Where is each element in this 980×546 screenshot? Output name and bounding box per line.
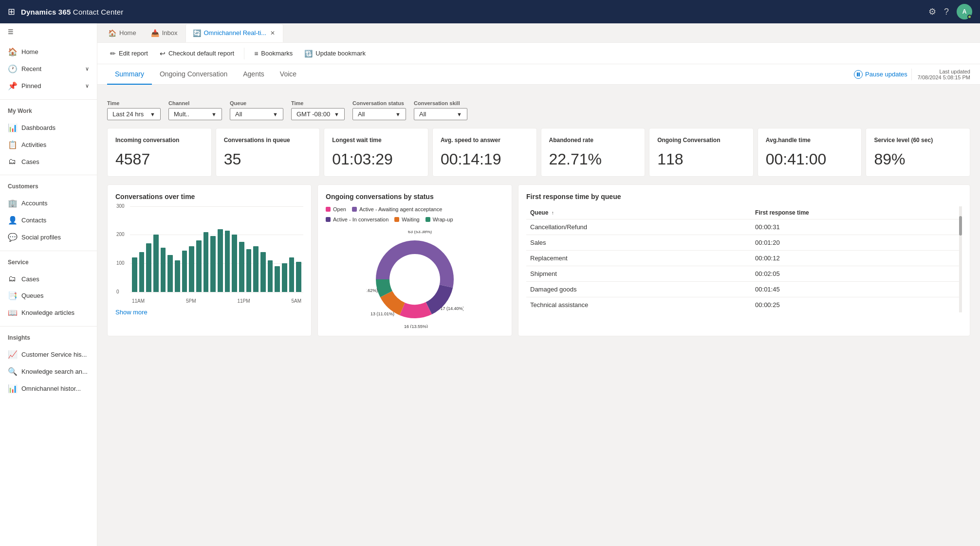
update-bookmark-button[interactable]: 🔃 Update bookmark [299,47,370,60]
queue-cell-5: Technical assistance [526,297,751,312]
customers-label: Customers [0,177,97,192]
sidebar-item-queues[interactable]: 📑 Queues [0,287,97,304]
sub-tab-ongoing[interactable]: Ongoing Conversation [152,64,235,85]
metric-card-title-4: Abandoned rate [549,136,637,145]
metric-card-value-0: 4587 [115,150,203,168]
legend-dot-3 [394,217,399,222]
sidebar-item-activities[interactable]: 📋 Activities [0,136,97,153]
sidebar-item-pinned[interactable]: 📌 Pinned ∨ [0,77,97,94]
conversations-by-status-card: Ongoing conversations by status Open Act… [317,184,512,336]
layout: ☰ 🏠 Home 🕐 Recent ∨ 📌 Pinned ∨ My Work 📊 [0,0,980,546]
filter-timezone-select[interactable]: GMT -08:00 ▼ [291,108,345,120]
bar-6 [175,260,180,292]
x-label: 5AM [291,298,301,304]
donut-label-0: 63 (53.38%) [408,231,432,234]
activities-icon: 📋 [8,140,17,149]
sidebar-item-home[interactable]: 🏠 Home [0,43,97,60]
sidebar-item-omnichannel-history[interactable]: 📊 Omnichannel histor... [0,380,97,397]
sidebar-item-cases-my[interactable]: 🗂 Cases [0,153,97,170]
home-icon: 🏠 [8,47,17,56]
checkout-default-report-button[interactable]: ↩ Checkout default report [155,47,239,60]
refresh-icon: 🔃 [304,50,313,57]
sidebar-item-cs-history[interactable]: 📈 Customer Service his... [0,346,97,363]
metric-card-title-1: Conversations in queue [224,136,312,145]
tab-home[interactable]: 🏠 Home [101,24,143,42]
x-label: 11PM [237,298,250,304]
filter-time: Time Last 24 hrs ▼ [107,100,161,120]
sidebar-item-contacts[interactable]: 👤 Contacts [0,212,97,229]
sidebar-item-knowledge[interactable]: 📖 Knowledge articles [0,304,97,321]
sidebar-item-cases-service[interactable]: 🗂 Cases [0,271,97,287]
filter-channel-select[interactable]: Mult.. ▼ [168,108,222,120]
time-cell-5: 00:00:25 [751,297,962,312]
sidebar-my-work: 📊 Dashboards 📋 Activities 🗂 Cases [0,116,97,173]
service-label: Service [0,253,97,268]
sidebar-toggle[interactable]: ☰ [0,23,97,40]
queue-cell-4: Damaged goods [526,281,751,297]
table-scrollbar[interactable] [959,206,962,312]
pin-icon: 📌 [8,81,17,91]
app-brand: Dynamics 365 Contact Center [21,8,124,16]
sub-tab-voice[interactable]: Voice [272,64,304,85]
top-bar-right: ⚙ ? A [928,4,972,19]
legend-item-2: Active - In conversation [326,217,388,222]
first-response-title: First response time by queue [526,193,962,200]
edit-report-button[interactable]: ✏ Edit report [105,47,153,60]
first-response-table: Queue ↑ First response time Cancellation… [526,206,962,312]
sidebar-divider-2 [0,175,97,175]
legend-item-3: Waiting [394,217,419,222]
contacts-icon: 👤 [8,216,17,225]
queue-col-header[interactable]: Queue ↑ [526,206,751,219]
help-icon[interactable]: ? [944,7,949,17]
legend-label-4: Wrap-up [433,217,453,222]
conversations-over-time-card: Conversations over time 300200100011AM5P… [107,184,312,336]
tab-close-button[interactable]: ✕ [269,29,276,37]
filter-queue-select[interactable]: All ▼ [230,108,283,120]
metric-card-title-2: Longest wait time [332,136,420,145]
avatar[interactable]: A [957,4,972,19]
legend-item-0: Open [326,206,346,212]
y-axis-label: 300 [116,203,125,209]
pause-updates-button[interactable]: Pause updates [854,70,907,79]
legend-item-1: Active - Awaiting agent acceptance [352,206,442,212]
waffle-icon[interactable]: ⊞ [8,6,15,17]
sidebar-item-social[interactable]: 💬 Social profiles [0,229,97,246]
filter-conv-skill-select[interactable]: All ▼ [414,108,467,120]
legend-label-1: Active - Awaiting agent acceptance [359,206,442,212]
social-icon: 💬 [8,233,17,242]
metric-card-value-3: 00:14:19 [441,150,529,168]
tab-inbox[interactable]: 📥 Inbox [144,24,185,42]
sidebar-item-accounts[interactable]: 🏢 Accounts [0,195,97,212]
sub-tab-summary[interactable]: Summary [107,64,152,85]
filter-conv-status-select[interactable]: All ▼ [352,108,406,120]
cs-history-icon: 📈 [8,350,17,359]
cases-service-icon: 🗂 [8,274,17,283]
sidebar-service: 🗂 Cases 📑 Queues 📖 Knowledge articles [0,268,97,324]
bar-7 [182,251,187,292]
home-tab-icon: 🏠 [108,29,116,37]
table-row: Sales 00:01:20 [526,235,962,250]
show-more-button[interactable]: Show more [115,309,148,316]
metric-card-value-2: 01:03:29 [332,150,420,168]
sidebar-item-dashboards[interactable]: 📊 Dashboards [0,119,97,136]
sidebar-main-section: 🏠 Home 🕐 Recent ∨ 📌 Pinned ∨ [0,40,97,97]
last-updated: Last updated 7/08/2024 5:08:15 PM [911,69,970,80]
metric-card-5: Ongoing Conversation 118 [649,128,754,177]
tab-omnichannel[interactable]: 🔄 Omnichannel Real-ti... ✕ [185,24,284,42]
y-axis-label: 100 [116,260,125,266]
metric-card-6: Avg.handle time 00:41:00 [758,128,862,177]
bar-12 [218,229,223,292]
legend-label-2: Active - In conversation [333,217,388,222]
filter-time-select[interactable]: Last 24 hrs ▼ [107,108,161,120]
sidebar: ☰ 🏠 Home 🕐 Recent ∨ 📌 Pinned ∨ My Work 📊 [0,23,97,546]
sidebar-item-recent[interactable]: 🕐 Recent ∨ [0,60,97,77]
legend-label-0: Open [333,206,346,212]
insights-label: Insights [0,328,97,343]
bar-18 [260,252,266,292]
sub-tab-agents[interactable]: Agents [235,64,272,85]
omnichannel-history-icon: 📊 [8,384,17,393]
bar-23 [296,262,301,292]
settings-icon[interactable]: ⚙ [928,6,936,17]
bookmarks-button[interactable]: ≡ Bookmarks [249,47,297,60]
sidebar-item-knowledge-search[interactable]: 🔍 Knowledge search an... [0,363,97,380]
